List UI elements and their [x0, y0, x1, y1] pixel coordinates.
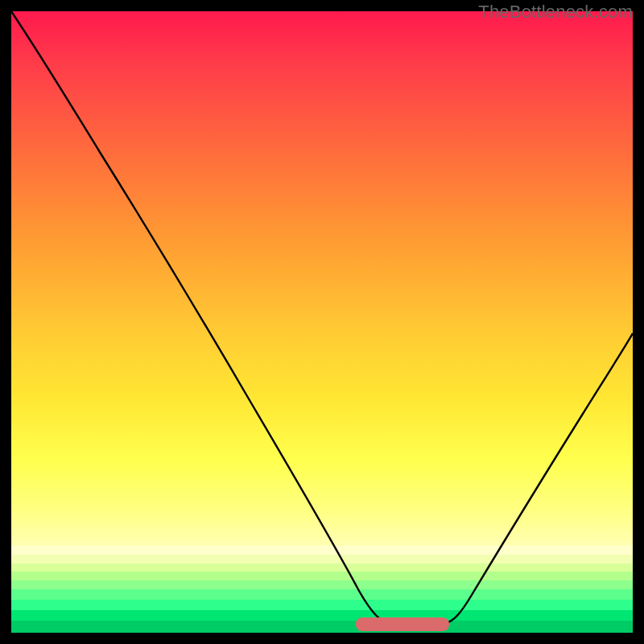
floor-marker-band: [356, 617, 449, 631]
chart-frame: [11, 11, 633, 633]
bottleneck-curve: [11, 11, 633, 633]
curve-path: [11, 11, 633, 625]
watermark-label: TheBottleneck.com: [478, 2, 633, 23]
